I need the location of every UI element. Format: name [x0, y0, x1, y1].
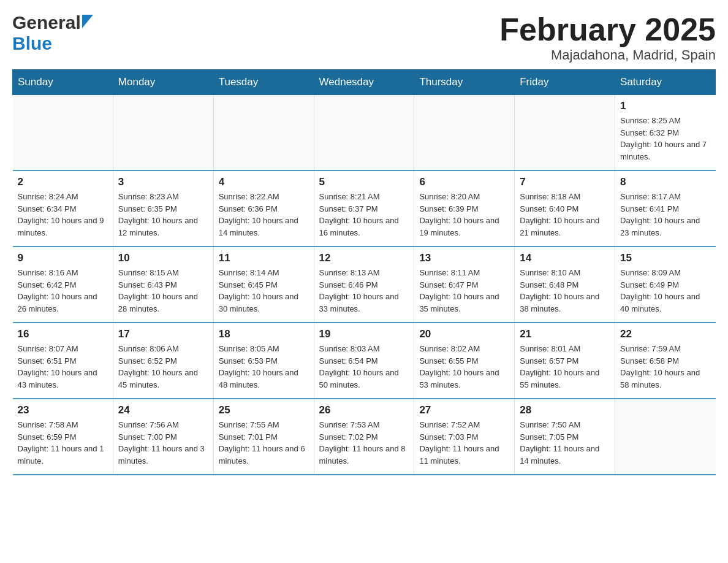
day-info: Sunrise: 8:07 AMSunset: 6:51 PMDaylight:… — [18, 343, 108, 391]
day-number: 10 — [118, 252, 208, 264]
day-info: Sunrise: 8:09 AMSunset: 6:49 PMDaylight:… — [620, 267, 710, 315]
day-header-row: Sunday Monday Tuesday Wednesday Thursday… — [13, 70, 716, 95]
calendar-week-row: 16Sunrise: 8:07 AMSunset: 6:51 PMDayligh… — [13, 323, 716, 399]
day-number: 14 — [520, 252, 610, 264]
day-info: Sunrise: 8:06 AMSunset: 6:52 PMDaylight:… — [118, 343, 208, 391]
calendar-cell: 16Sunrise: 8:07 AMSunset: 6:51 PMDayligh… — [13, 323, 113, 399]
day-info: Sunrise: 8:18 AMSunset: 6:40 PMDaylight:… — [520, 191, 610, 239]
header-saturday: Saturday — [615, 70, 716, 95]
calendar-cell: 10Sunrise: 8:15 AMSunset: 6:43 PMDayligh… — [113, 247, 213, 323]
day-info: Sunrise: 7:59 AMSunset: 6:58 PMDaylight:… — [620, 343, 710, 391]
day-number: 26 — [319, 404, 409, 416]
calendar-cell: 27Sunrise: 7:52 AMSunset: 7:03 PMDayligh… — [414, 399, 515, 475]
day-info: Sunrise: 8:02 AMSunset: 6:55 PMDaylight:… — [419, 343, 509, 391]
calendar-cell: 6Sunrise: 8:20 AMSunset: 6:39 PMDaylight… — [414, 170, 515, 247]
header-friday: Friday — [515, 70, 615, 95]
calendar-cell: 5Sunrise: 8:21 AMSunset: 6:37 PMDaylight… — [314, 170, 414, 247]
day-info: Sunrise: 7:56 AMSunset: 7:00 PMDaylight:… — [118, 419, 208, 467]
calendar-cell — [13, 95, 113, 171]
calendar-cell: 18Sunrise: 8:05 AMSunset: 6:53 PMDayligh… — [213, 323, 314, 399]
day-info: Sunrise: 8:01 AMSunset: 6:57 PMDaylight:… — [520, 343, 610, 391]
calendar-cell: 2Sunrise: 8:24 AMSunset: 6:34 PMDaylight… — [13, 170, 113, 247]
calendar-table: Sunday Monday Tuesday Wednesday Thursday… — [12, 69, 716, 475]
day-number: 4 — [219, 176, 309, 188]
calendar-cell — [113, 95, 213, 171]
calendar-cell: 14Sunrise: 8:10 AMSunset: 6:48 PMDayligh… — [515, 247, 615, 323]
day-info: Sunrise: 8:17 AMSunset: 6:41 PMDaylight:… — [620, 191, 710, 239]
calendar-header: Sunday Monday Tuesday Wednesday Thursday… — [13, 70, 716, 95]
day-info: Sunrise: 8:24 AMSunset: 6:34 PMDaylight:… — [18, 191, 108, 239]
day-number: 3 — [118, 176, 208, 188]
day-number: 2 — [18, 176, 108, 188]
calendar-cell: 24Sunrise: 7:56 AMSunset: 7:00 PMDayligh… — [113, 399, 213, 475]
day-info: Sunrise: 8:23 AMSunset: 6:35 PMDaylight:… — [118, 191, 208, 239]
calendar-cell — [615, 399, 716, 475]
calendar-cell — [515, 95, 615, 171]
day-number: 20 — [419, 328, 509, 340]
day-info: Sunrise: 8:15 AMSunset: 6:43 PMDaylight:… — [118, 267, 208, 315]
calendar-cell: 4Sunrise: 8:22 AMSunset: 6:36 PMDaylight… — [213, 170, 314, 247]
calendar-cell: 7Sunrise: 8:18 AMSunset: 6:40 PMDaylight… — [515, 170, 615, 247]
calendar-cell: 3Sunrise: 8:23 AMSunset: 6:35 PMDaylight… — [113, 170, 213, 247]
day-number: 21 — [520, 328, 610, 340]
day-number: 5 — [319, 176, 409, 188]
header-thursday: Thursday — [414, 70, 515, 95]
day-info: Sunrise: 8:21 AMSunset: 6:37 PMDaylight:… — [319, 191, 409, 239]
day-info: Sunrise: 8:05 AMSunset: 6:53 PMDaylight:… — [219, 343, 309, 391]
day-number: 13 — [419, 252, 509, 264]
calendar-cell: 15Sunrise: 8:09 AMSunset: 6:49 PMDayligh… — [615, 247, 716, 323]
day-number: 7 — [520, 176, 610, 188]
header-monday: Monday — [113, 70, 213, 95]
day-number: 28 — [520, 404, 610, 416]
day-number: 15 — [620, 252, 710, 264]
calendar-body: 1Sunrise: 8:25 AMSunset: 6:32 PMDaylight… — [13, 95, 716, 475]
title-section: February 2025 Majadahona, Madrid, Spain — [499, 12, 716, 63]
day-info: Sunrise: 8:13 AMSunset: 6:46 PMDaylight:… — [319, 267, 409, 315]
header-wednesday: Wednesday — [314, 70, 414, 95]
day-info: Sunrise: 7:58 AMSunset: 6:59 PMDaylight:… — [18, 419, 108, 467]
logo-general-text: General — [12, 12, 81, 33]
day-info: Sunrise: 8:16 AMSunset: 6:42 PMDaylight:… — [18, 267, 108, 315]
day-info: Sunrise: 8:20 AMSunset: 6:39 PMDaylight:… — [419, 191, 509, 239]
calendar-cell: 17Sunrise: 8:06 AMSunset: 6:52 PMDayligh… — [113, 323, 213, 399]
calendar-cell: 25Sunrise: 7:55 AMSunset: 7:01 PMDayligh… — [213, 399, 314, 475]
calendar-cell: 22Sunrise: 7:59 AMSunset: 6:58 PMDayligh… — [615, 323, 716, 399]
day-number: 11 — [219, 252, 309, 264]
day-number: 8 — [620, 176, 710, 188]
calendar-week-row: 1Sunrise: 8:25 AMSunset: 6:32 PMDaylight… — [13, 95, 716, 171]
calendar-week-row: 23Sunrise: 7:58 AMSunset: 6:59 PMDayligh… — [13, 399, 716, 475]
day-info: Sunrise: 7:50 AMSunset: 7:05 PMDaylight:… — [520, 419, 610, 467]
day-number: 18 — [219, 328, 309, 340]
day-info: Sunrise: 7:55 AMSunset: 7:01 PMDaylight:… — [219, 419, 309, 467]
header-sunday: Sunday — [13, 70, 113, 95]
day-number: 9 — [18, 252, 108, 264]
day-number: 17 — [118, 328, 208, 340]
logo: General Blue — [12, 12, 94, 54]
calendar-cell: 28Sunrise: 7:50 AMSunset: 7:05 PMDayligh… — [515, 399, 615, 475]
day-number: 23 — [18, 404, 108, 416]
day-number: 6 — [419, 176, 509, 188]
day-info: Sunrise: 8:03 AMSunset: 6:54 PMDaylight:… — [319, 343, 409, 391]
day-info: Sunrise: 8:11 AMSunset: 6:47 PMDaylight:… — [419, 267, 509, 315]
day-number: 25 — [219, 404, 309, 416]
day-number: 27 — [419, 404, 509, 416]
day-number: 24 — [118, 404, 208, 416]
calendar-week-row: 9Sunrise: 8:16 AMSunset: 6:42 PMDaylight… — [13, 247, 716, 323]
logo-blue-text: Blue — [12, 33, 52, 54]
day-info: Sunrise: 8:14 AMSunset: 6:45 PMDaylight:… — [219, 267, 309, 315]
calendar-cell: 19Sunrise: 8:03 AMSunset: 6:54 PMDayligh… — [314, 323, 414, 399]
day-number: 19 — [319, 328, 409, 340]
day-info: Sunrise: 7:52 AMSunset: 7:03 PMDaylight:… — [419, 419, 509, 467]
calendar-cell: 1Sunrise: 8:25 AMSunset: 6:32 PMDaylight… — [615, 95, 716, 171]
svg-marker-0 — [82, 15, 93, 28]
calendar-cell: 26Sunrise: 7:53 AMSunset: 7:02 PMDayligh… — [314, 399, 414, 475]
calendar-cell: 21Sunrise: 8:01 AMSunset: 6:57 PMDayligh… — [515, 323, 615, 399]
calendar-cell: 20Sunrise: 8:02 AMSunset: 6:55 PMDayligh… — [414, 323, 515, 399]
calendar-cell — [213, 95, 314, 171]
day-number: 22 — [620, 328, 710, 340]
calendar-week-row: 2Sunrise: 8:24 AMSunset: 6:34 PMDaylight… — [13, 170, 716, 247]
day-info: Sunrise: 8:22 AMSunset: 6:36 PMDaylight:… — [219, 191, 309, 239]
day-info: Sunrise: 8:10 AMSunset: 6:48 PMDaylight:… — [520, 267, 610, 315]
month-title: February 2025 — [499, 12, 716, 47]
calendar-cell: 9Sunrise: 8:16 AMSunset: 6:42 PMDaylight… — [13, 247, 113, 323]
